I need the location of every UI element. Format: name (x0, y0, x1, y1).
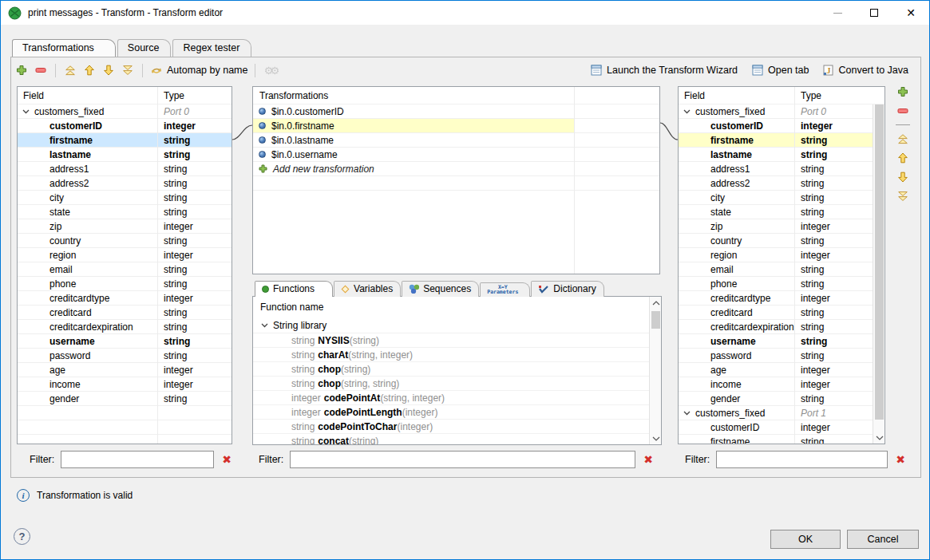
launch-transform-wizard-button[interactable]: Launch the Transform Wizard (591, 65, 738, 76)
field-row[interactable]: regioninteger (679, 248, 873, 262)
field-row[interactable]: creditcardexpirationstring (18, 320, 232, 334)
function-row[interactable]: stringconcat(string) (253, 433, 649, 444)
field-row[interactable]: creditcardtypeinteger (18, 291, 232, 306)
field-row[interactable]: genderstring (18, 392, 232, 406)
add-output-field-button[interactable] (894, 84, 912, 100)
function-row[interactable]: stringcodePointToChar(integer) (253, 419, 649, 433)
field-row[interactable]: usernamestring (679, 334, 873, 349)
field-row[interactable]: regioninteger (18, 248, 232, 262)
field-row[interactable]: firstnamestring (679, 133, 873, 148)
field-row[interactable]: statestring (679, 205, 873, 219)
function-row[interactable]: stringNYSIIS(string) (253, 333, 649, 347)
field-row[interactable]: address2string (679, 176, 873, 191)
move-down-button[interactable] (99, 61, 118, 80)
transformation-item[interactable]: $in.0.username (253, 148, 659, 162)
field-row[interactable]: customerIDinteger (18, 119, 232, 133)
move-output-down-button[interactable] (894, 169, 912, 185)
transformation-item[interactable]: $in.0.customerID (253, 105, 659, 119)
field-row[interactable]: address2string (18, 176, 232, 191)
field-row[interactable]: firstnamestring (18, 133, 232, 148)
move-output-top-button[interactable] (894, 131, 912, 147)
field-row[interactable]: citystring (679, 191, 873, 205)
field-row[interactable]: firstnamestring (679, 435, 873, 444)
output-panel-scrollbar[interactable] (873, 87, 884, 444)
ok-button[interactable]: OK (770, 530, 841, 549)
functions-scrollbar[interactable] (649, 297, 661, 444)
tab-transformations[interactable]: Transformations (12, 39, 116, 57)
record-row[interactable]: customers_fixedPort 1 (679, 406, 873, 420)
cancel-button[interactable]: Cancel (847, 530, 919, 549)
field-row[interactable]: ageinteger (18, 363, 232, 377)
field-row[interactable]: countrystring (679, 234, 873, 248)
field-row[interactable]: creditcardstring (679, 306, 873, 320)
help-button[interactable]: ? (14, 528, 30, 545)
function-row[interactable]: stringchop(string, string) (253, 376, 649, 390)
scroll-up-icon[interactable] (650, 297, 662, 309)
remove-transformation-button[interactable] (31, 61, 50, 80)
function-row[interactable]: stringcharAt(string, integer) (253, 347, 649, 361)
field-row[interactable]: zipinteger (679, 219, 873, 234)
field-row[interactable]: lastnamestring (18, 148, 232, 162)
record-row[interactable]: customers_fixedPort 0 (18, 105, 232, 119)
middle-filter-input[interactable] (290, 451, 635, 468)
move-bottom-button[interactable] (118, 61, 137, 80)
settings-button[interactable]: ⚙⚙ (260, 61, 279, 80)
function-library-row[interactable]: String library (253, 317, 649, 333)
field-row[interactable]: incomeinteger (18, 377, 232, 392)
record-row[interactable]: customers_fixedPort 0 (679, 105, 873, 119)
left-filter-input[interactable] (61, 451, 214, 468)
field-row[interactable]: customerIDinteger (679, 119, 873, 133)
scrollbar-thumb[interactable] (875, 101, 884, 420)
field-row[interactable]: lastnamestring (679, 148, 873, 162)
clear-filter-icon[interactable]: ✖ (894, 454, 907, 465)
transformation-item[interactable]: $in.0.firstname (253, 119, 659, 133)
function-row[interactable]: stringchop(string) (253, 361, 649, 376)
field-row[interactable]: incomeinteger (679, 377, 873, 392)
scroll-down-icon[interactable] (650, 432, 662, 444)
field-row[interactable]: phonestring (18, 277, 232, 291)
field-row[interactable]: zipinteger (18, 219, 232, 234)
move-output-up-button[interactable] (894, 150, 912, 166)
open-tab-button[interactable]: Open tab (752, 65, 809, 76)
function-row[interactable]: integercodePointLength(integer) (253, 404, 649, 419)
clear-filter-icon[interactable]: ✖ (642, 454, 655, 465)
field-row[interactable]: ageinteger (679, 363, 873, 377)
right-filter-input[interactable] (716, 451, 888, 468)
automap-by-name-button[interactable]: Automap by name (148, 61, 250, 80)
field-row[interactable]: countrystring (18, 234, 232, 248)
scroll-down-icon[interactable] (873, 432, 885, 444)
move-up-button[interactable] (80, 61, 99, 80)
remove-output-field-button[interactable] (894, 103, 912, 119)
field-row[interactable]: address1string (679, 162, 873, 176)
field-row[interactable]: creditcardstring (18, 306, 232, 320)
minimize-button[interactable] (819, 1, 856, 25)
function-row[interactable]: integercodePointAt(string, integer) (253, 390, 649, 404)
clear-filter-icon[interactable]: ✖ (220, 454, 233, 465)
tab-variables[interactable]: Variables (334, 281, 401, 297)
field-row[interactable]: creditcardtypeinteger (679, 291, 873, 306)
scrollbar-thumb[interactable] (651, 311, 660, 329)
tab-source[interactable]: Source (117, 39, 172, 57)
tab-parameters[interactable]: X=YParameters (480, 282, 530, 297)
field-row[interactable]: customerIDinteger (679, 420, 873, 435)
tab-sequences[interactable]: Sequences (402, 281, 479, 297)
field-row[interactable]: creditcardexpirationstring (679, 320, 873, 334)
add-new-transformation[interactable]: Add new transformation (253, 162, 659, 176)
field-row[interactable]: usernamestring (18, 334, 232, 349)
field-row[interactable]: citystring (18, 191, 232, 205)
convert-to-java-button[interactable]: J Convert to Java (823, 65, 908, 76)
field-row[interactable]: passwordstring (18, 349, 232, 363)
field-row[interactable]: statestring (18, 205, 232, 219)
field-row[interactable]: address1string (18, 162, 232, 176)
add-transformation-button[interactable] (12, 61, 31, 80)
field-row[interactable]: passwordstring (679, 349, 873, 363)
field-row[interactable]: phonestring (679, 277, 873, 291)
close-button[interactable]: ✕ (892, 1, 929, 25)
tab-regex-tester[interactable]: Regex tester (172, 39, 251, 57)
tab-dictionary[interactable]: Dictionary (531, 281, 604, 297)
move-top-button[interactable] (61, 61, 80, 80)
maximize-button[interactable] (856, 1, 892, 25)
field-row[interactable]: emailstring (679, 262, 873, 277)
tab-functions[interactable]: Functions (255, 281, 333, 297)
transformation-item[interactable]: $in.0.lastname (253, 133, 659, 148)
